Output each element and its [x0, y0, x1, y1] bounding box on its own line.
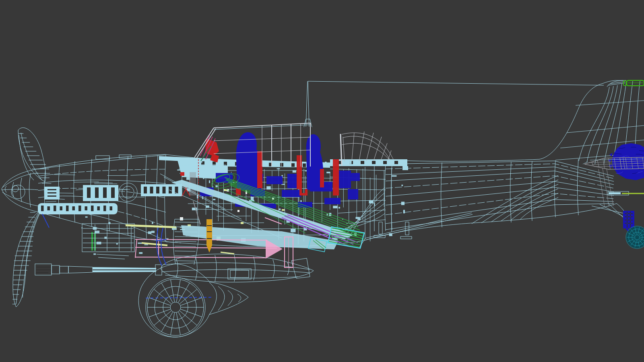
mesh-line — [87, 187, 91, 198]
mesh-line — [401, 185, 403, 186]
mesh-line — [85, 216, 88, 218]
mesh-line — [148, 231, 152, 234]
mesh-line — [81, 227, 83, 228]
mesh-line — [351, 173, 360, 181]
mesh-line — [110, 206, 113, 210]
mesh-line — [355, 217, 360, 219]
mesh-line — [217, 216, 250, 216]
mesh-line — [266, 176, 283, 184]
mesh-line — [333, 206, 337, 208]
mesh-line — [202, 196, 203, 199]
mesh-line — [325, 162, 326, 165]
mesh-line — [279, 208, 281, 210]
mesh-line — [47, 192, 56, 193]
mesh-line — [357, 219, 360, 220]
mesh-line — [203, 176, 204, 179]
mesh-line — [47, 206, 50, 210]
mesh-line — [266, 186, 270, 189]
mesh-line — [361, 161, 364, 164]
mesh-line — [60, 206, 63, 210]
mesh-line — [213, 199, 215, 200]
mesh-line — [293, 171, 296, 173]
mesh-line — [85, 206, 88, 210]
mesh-line — [291, 229, 296, 232]
mesh-line — [41, 206, 44, 211]
mesh-line — [54, 206, 56, 211]
mesh-line — [337, 171, 351, 188]
mesh-line — [138, 243, 142, 244]
mesh-line — [333, 159, 339, 195]
mesh-line — [326, 172, 330, 173]
mesh-line — [282, 190, 301, 197]
mesh-line — [251, 197, 254, 200]
mesh-line — [103, 206, 106, 211]
viewport-canvas[interactable] — [0, 0, 644, 362]
mesh-line — [298, 202, 312, 208]
mesh-line — [97, 206, 100, 210]
wireframe-scene — [0, 0, 644, 362]
mesh-line — [111, 187, 115, 198]
mesh-line — [66, 206, 69, 211]
mesh-line — [320, 169, 324, 187]
mesh-line — [152, 222, 153, 224]
mesh-line — [374, 203, 375, 206]
mesh-line — [237, 210, 239, 212]
mesh-line — [394, 161, 398, 164]
mesh-line — [95, 230, 99, 233]
mesh-line — [72, 206, 75, 210]
mesh-line — [349, 161, 352, 164]
mesh-line — [150, 187, 153, 193]
mesh-line — [369, 200, 374, 204]
mesh-line — [305, 170, 307, 171]
mesh-line — [156, 187, 159, 193]
mesh-line — [78, 206, 81, 211]
exhaust-stubs[interactable] — [38, 203, 118, 214]
mesh-line — [42, 183, 51, 184]
mesh-line — [403, 210, 405, 214]
mesh-line — [163, 187, 166, 193]
mesh-line — [93, 253, 96, 255]
mesh-line — [282, 209, 285, 211]
mesh-line — [303, 163, 306, 167]
mesh-line — [139, 252, 142, 254]
mesh-line — [108, 222, 110, 224]
mesh-line — [241, 222, 244, 224]
mesh-line — [91, 206, 94, 211]
mesh-line — [401, 202, 405, 205]
mesh-line — [324, 198, 341, 204]
rod-housing-fill — [609, 192, 621, 194]
mesh-line — [93, 227, 97, 230]
mesh-line — [144, 187, 147, 193]
mesh-line — [291, 163, 295, 167]
mesh-line — [103, 187, 107, 198]
mesh-line — [177, 169, 180, 170]
mesh-line — [180, 172, 184, 176]
mesh-line — [209, 180, 210, 183]
mesh-line — [372, 161, 376, 164]
mesh-line — [339, 207, 340, 208]
mesh-line — [144, 244, 148, 245]
mesh-line — [47, 195, 56, 197]
mesh-line — [257, 151, 262, 188]
mesh-line — [104, 237, 107, 239]
mesh-line — [116, 243, 118, 245]
mesh-line — [277, 168, 280, 169]
mesh-line — [348, 189, 358, 200]
mesh-line — [280, 163, 283, 167]
mesh-line — [97, 242, 101, 245]
mesh-line — [201, 160, 202, 163]
mesh-line — [392, 175, 397, 177]
mesh-line — [95, 187, 99, 198]
mesh-line — [297, 155, 302, 189]
mesh-line — [180, 217, 183, 220]
mesh-line — [151, 231, 155, 233]
mesh-line — [383, 161, 387, 164]
mesh-line — [47, 189, 56, 190]
